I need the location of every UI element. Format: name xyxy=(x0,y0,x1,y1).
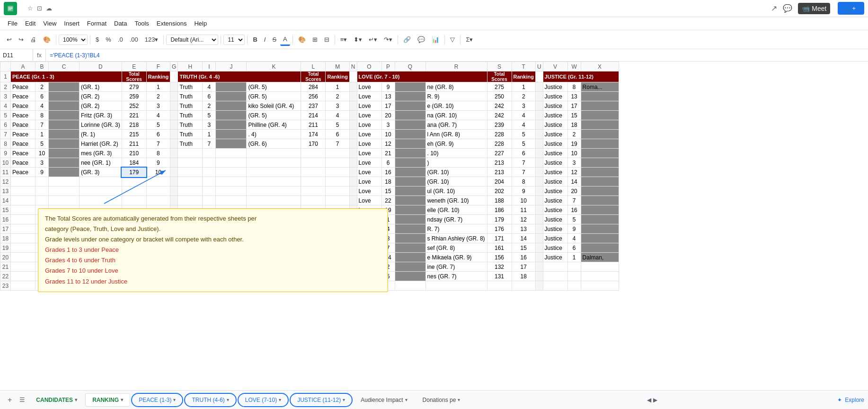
tab-candidates[interactable]: CANDIDATES ▾ xyxy=(29,393,84,407)
zoom-select[interactable]: 100% xyxy=(59,35,88,45)
sheet-area[interactable]: ABCDEFGHIJKLMNOPQRSTUVWX1PEACE (Gr. 1 - … xyxy=(0,62,868,390)
valign-button[interactable]: ⬍▾ xyxy=(351,34,365,45)
peace-total-cell[interactable]: 210 xyxy=(122,149,146,158)
col-header-J[interactable]: J xyxy=(216,62,247,71)
corner[interactable] xyxy=(0,62,11,71)
font-size-select[interactable]: 11 xyxy=(223,35,245,45)
explore-label[interactable]: Explore xyxy=(845,397,864,403)
peace-cat-cell[interactable]: Peace xyxy=(11,149,35,158)
paint-format-button[interactable]: 🎨 xyxy=(40,34,53,45)
tab-justice[interactable]: JUSTICE (11-12) ▾ xyxy=(290,393,353,407)
col-header-A[interactable]: A xyxy=(11,62,35,71)
font-select[interactable]: Default (Ari... xyxy=(166,35,218,45)
col-header-U[interactable]: U xyxy=(535,62,543,71)
currency-button[interactable]: $ xyxy=(93,34,102,45)
cloud-icon[interactable]: ☁ xyxy=(46,5,52,12)
menu-data[interactable]: Data xyxy=(110,19,131,28)
folder-icon[interactable]: ⊡ xyxy=(37,5,42,12)
share-button[interactable]: 👤+ xyxy=(838,2,864,15)
tab-love-chevron[interactable]: ▾ xyxy=(279,397,281,402)
trend-icon[interactable]: ↗ xyxy=(771,4,777,13)
menu-view[interactable]: View xyxy=(39,19,60,28)
tab-audience[interactable]: Audience Impact ▾ xyxy=(354,393,414,407)
tab-ranking-chevron[interactable]: ▾ xyxy=(121,397,123,402)
peace-total-cell[interactable]: 211 xyxy=(122,139,146,149)
menu-file[interactable]: File xyxy=(4,19,21,28)
link-button[interactable]: 🔗 xyxy=(400,34,414,45)
menu-tools[interactable]: Tools xyxy=(131,19,152,28)
col-header-G[interactable]: G xyxy=(170,62,178,71)
col-header-O[interactable]: O xyxy=(357,62,381,71)
col-header-S[interactable]: S xyxy=(487,62,512,71)
cell-reference[interactable] xyxy=(0,49,33,61)
col-header-B[interactable]: B xyxy=(35,62,49,71)
tab-audience-chevron[interactable]: ▾ xyxy=(405,397,407,402)
col-header-H[interactable]: H xyxy=(178,62,203,71)
peace-total-cell[interactable]: 184 xyxy=(122,158,146,168)
peace-total-cell[interactable]: 279 xyxy=(122,82,146,92)
align-button[interactable]: ≡▾ xyxy=(337,34,350,45)
tab-peace-chevron[interactable]: ▾ xyxy=(173,397,176,402)
scroll-left-button[interactable]: ◀ xyxy=(647,397,651,403)
peace-cat-cell[interactable]: Peace xyxy=(11,130,35,139)
star-icon[interactable]: ☆ xyxy=(27,5,33,12)
filter-button[interactable]: ▽ xyxy=(447,34,458,45)
col-header-W[interactable]: W xyxy=(567,62,581,71)
menu-insert[interactable]: Insert xyxy=(60,19,83,28)
col-header-Q[interactable]: Q xyxy=(395,62,425,71)
col-header-F[interactable]: F xyxy=(146,62,170,71)
add-sheet-button[interactable]: + xyxy=(4,394,16,406)
peace-cat-cell[interactable]: Peace xyxy=(11,101,35,111)
fill-color-button[interactable]: 🎨 xyxy=(295,34,309,45)
tab-candidates-chevron[interactable]: ▾ xyxy=(75,397,77,402)
borders-button[interactable]: ⊞ xyxy=(310,34,320,45)
number-format-button[interactable]: 123▾ xyxy=(142,34,161,45)
peace-cat-cell[interactable]: Peace xyxy=(11,92,35,101)
tab-donations[interactable]: Donations pe ▾ xyxy=(416,393,468,407)
col-header-R[interactable]: R xyxy=(425,62,487,71)
comment-icon[interactable]: 💬 xyxy=(783,4,792,13)
tab-love[interactable]: LOVE (7-10) ▾ xyxy=(238,393,289,407)
menu-edit[interactable]: Edit xyxy=(21,19,39,28)
redo-button[interactable]: ↪ xyxy=(16,34,27,45)
merge-button[interactable]: ⊟ xyxy=(321,34,332,45)
col-header-D[interactable]: D xyxy=(80,62,122,71)
menu-help[interactable]: Help xyxy=(190,19,211,28)
undo-button[interactable]: ↩ xyxy=(4,34,15,45)
peace-total-cell[interactable]: 259 xyxy=(122,92,146,101)
col-header-K[interactable]: K xyxy=(247,62,301,71)
strikethrough-button[interactable]: S xyxy=(269,34,279,45)
scroll-right-button[interactable]: ▶ xyxy=(653,397,657,403)
peace-cat-cell[interactable]: Peace xyxy=(11,158,35,168)
col-header-T[interactable]: T xyxy=(512,62,535,71)
print-button[interactable]: 🖨 xyxy=(27,34,39,45)
tab-donations-chevron[interactable]: ▾ xyxy=(458,397,460,402)
wrap-button[interactable]: ↵▾ xyxy=(366,34,380,45)
col-header-P[interactable]: P xyxy=(381,62,395,71)
peace-cat-cell[interactable]: Peace xyxy=(11,120,35,130)
sheet-list-button[interactable]: ☰ xyxy=(17,394,28,405)
comment-button[interactable]: 💬 xyxy=(415,34,428,45)
tab-truth-chevron[interactable]: ▾ xyxy=(227,397,229,402)
bold-button[interactable]: B xyxy=(250,34,260,45)
font-color-button[interactable]: A xyxy=(280,34,290,46)
col-header-X[interactable]: X xyxy=(581,62,619,71)
percent-button[interactable]: % xyxy=(103,34,114,45)
col-header-L[interactable]: L xyxy=(301,62,326,71)
chart-button[interactable]: 📊 xyxy=(429,34,442,45)
peace-cat-cell[interactable]: Peace xyxy=(11,82,35,92)
tab-justice-chevron[interactable]: ▾ xyxy=(343,397,345,402)
tab-ranking[interactable]: RANKING ▾ xyxy=(85,393,130,407)
formula-input[interactable] xyxy=(46,49,868,61)
menu-format[interactable]: Format xyxy=(83,19,110,28)
peace-total-cell[interactable]: 215 xyxy=(122,130,146,139)
tab-peace[interactable]: PEACE (1-3) ▾ xyxy=(131,393,183,407)
tab-truth[interactable]: TRUTH (4-6) ▾ xyxy=(184,393,236,407)
peace-total-cell[interactable]: 221 xyxy=(122,111,146,120)
peace-total-cell[interactable]: 218 xyxy=(122,120,146,130)
col-header-I[interactable]: I xyxy=(203,62,216,71)
decimal-inc-button[interactable]: .00 xyxy=(127,34,141,45)
app-icon[interactable] xyxy=(4,2,17,15)
meet-icon[interactable]: 📹 Meet xyxy=(798,3,830,14)
italic-button[interactable]: I xyxy=(261,34,269,45)
